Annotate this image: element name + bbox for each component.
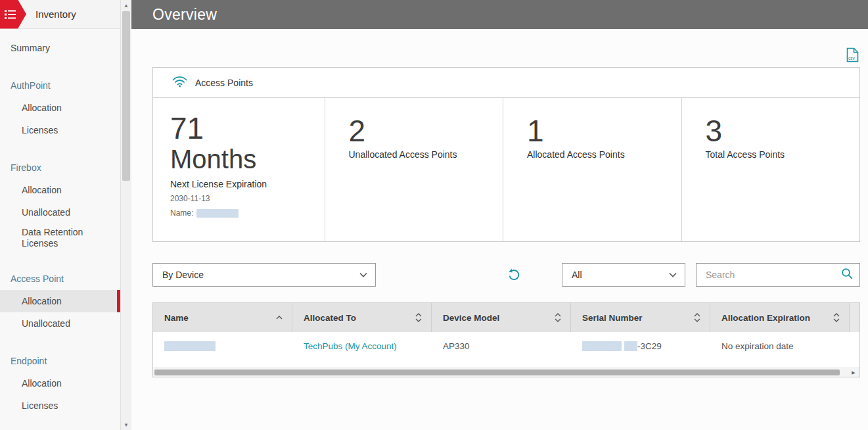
- column-label: Allocated To: [304, 313, 356, 323]
- column-label: Serial Number: [582, 313, 643, 323]
- stat-value: 2: [349, 115, 486, 147]
- stat-unit: Months: [170, 145, 308, 173]
- column-header-serial-number[interactable]: Serial Number: [571, 303, 710, 332]
- stat-allocated-access-points: 1 Allocated Access Points: [503, 98, 682, 241]
- column-header-allocated-to[interactable]: Allocated To: [292, 303, 432, 332]
- access-points-card: Access Points 71 Months Next License Exp…: [152, 67, 860, 242]
- sidebar-scrollbar-thumb[interactable]: [122, 11, 130, 181]
- search-icon[interactable]: [841, 268, 853, 282]
- search-input[interactable]: [704, 269, 841, 281]
- chevron-down-icon: [669, 272, 677, 277]
- column-header-device-model[interactable]: Device Model: [432, 303, 571, 332]
- sidebar-item-authpoint-licenses[interactable]: Licenses: [0, 119, 120, 141]
- sidebar-section-access-point[interactable]: Access Point: [0, 268, 120, 290]
- scroll-right-icon[interactable]: ▶: [849, 368, 858, 377]
- cell-device-model: AP330: [432, 341, 571, 351]
- sidebar: Inventory Summary AuthPoint Allocation L…: [0, 0, 120, 430]
- table-row[interactable]: TechPubs (My Account) AP330 -3C29 No exp…: [153, 332, 859, 360]
- column-header-name[interactable]: Name: [153, 303, 292, 332]
- search-box: [696, 263, 860, 287]
- header-filler: [850, 303, 859, 332]
- stat-label: Next License Expiration: [170, 179, 308, 189]
- cell-serial-number: -3C29: [571, 341, 710, 351]
- sort-both-icon: [694, 313, 700, 322]
- sidebar-scrollbar[interactable]: ▲ ▼: [120, 0, 131, 430]
- stat-name-row: Name:: [170, 208, 308, 218]
- column-header-allocation-expiration[interactable]: Allocation Expiration: [710, 303, 850, 332]
- stat-total-access-points: 3 Total Access Points: [682, 98, 860, 241]
- sort-both-icon: [415, 313, 422, 322]
- page-header: Overview: [131, 0, 868, 29]
- cell-allocated-to: TechPubs (My Account): [292, 341, 432, 351]
- redacted-serial: [624, 341, 637, 351]
- allocated-to-link[interactable]: TechPubs (My Account): [304, 341, 397, 351]
- stat-value: 71: [170, 112, 308, 144]
- column-label: Device Model: [443, 313, 499, 323]
- scroll-down-icon[interactable]: ▼: [121, 419, 131, 430]
- cell-allocation-expiration: No expiration date: [710, 341, 850, 351]
- stat-name-label: Name:: [170, 208, 193, 218]
- stats-row: 71 Months Next License Expiration 2030-1…: [153, 98, 859, 241]
- stat-label: Unallocated Access Points: [349, 149, 486, 160]
- stat-expiration-date: 2030-11-13: [170, 194, 308, 203]
- sidebar-section-firebox[interactable]: Firebox: [0, 156, 120, 179]
- scroll-up-icon[interactable]: ▲: [121, 0, 131, 11]
- redacted-serial: [582, 341, 622, 351]
- redacted-name: [196, 209, 239, 218]
- h-scrollbar-thumb[interactable]: [154, 370, 840, 375]
- column-label: Allocation Expiration: [721, 313, 810, 323]
- sort-asc-icon: [276, 316, 283, 320]
- filter-select[interactable]: All: [562, 263, 685, 287]
- redacted-device-name: [164, 341, 216, 351]
- inventory-icon: [0, 0, 26, 29]
- table-header-row: Name Allocated To Device Model: [153, 303, 859, 332]
- sidebar-item-endpoint-licenses[interactable]: Licenses: [0, 394, 120, 417]
- stat-label: Allocated Access Points: [527, 149, 664, 160]
- sidebar-item-summary[interactable]: Summary: [0, 37, 120, 59]
- refresh-icon[interactable]: [507, 268, 521, 282]
- content: csv Access Points 71: [131, 29, 868, 430]
- column-label: Name: [164, 313, 189, 323]
- sidebar-item-firebox-data-retention-licenses[interactable]: Data Retention Licenses: [0, 224, 120, 252]
- sidebar-item-firebox-allocation[interactable]: Allocation: [0, 179, 120, 201]
- export-row: csv: [152, 46, 860, 67]
- sidebar-section-endpoint[interactable]: Endpoint: [0, 350, 120, 372]
- stat-label: Total Access Points: [706, 149, 843, 160]
- group-by-value: By Device: [162, 270, 204, 280]
- chevron-down-icon: [359, 272, 367, 277]
- svg-text:csv: csv: [848, 56, 856, 60]
- sidebar-item-access-point-unallocated[interactable]: Unallocated: [0, 312, 120, 335]
- main-area: Overview csv: [131, 0, 868, 430]
- card-title: Access Points: [195, 78, 253, 88]
- sidebar-header: Inventory: [0, 0, 120, 29]
- group-by-select[interactable]: By Device: [152, 263, 376, 287]
- stat-value: 1: [527, 115, 664, 147]
- stat-unallocated-access-points: 2 Unallocated Access Points: [325, 98, 504, 241]
- sidebar-item-endpoint-allocation[interactable]: Allocation: [0, 372, 120, 394]
- sidebar-section-authpoint[interactable]: AuthPoint: [0, 74, 120, 97]
- table-horizontal-scrollbar[interactable]: ▶: [153, 368, 859, 377]
- filter-value: All: [572, 270, 582, 280]
- card-header: Access Points: [153, 68, 859, 98]
- wifi-icon: [171, 75, 188, 90]
- sidebar-title: Inventory: [35, 9, 76, 20]
- sort-both-icon: [833, 313, 840, 322]
- sidebar-item-firebox-unallocated[interactable]: Unallocated: [0, 201, 120, 224]
- export-csv-icon[interactable]: csv: [845, 46, 860, 66]
- table-toolbar: By Device All: [152, 263, 860, 287]
- page-title: Overview: [152, 6, 217, 24]
- sidebar-item-authpoint-allocation[interactable]: Allocation: [0, 97, 120, 119]
- devices-table: Name Allocated To Device Model: [152, 302, 860, 377]
- cell-name: [153, 341, 292, 351]
- serial-suffix: -3C29: [637, 341, 662, 351]
- stat-next-license-expiration: 71 Months Next License Expiration 2030-1…: [153, 98, 325, 241]
- sidebar-item-access-point-allocation[interactable]: Allocation: [0, 290, 120, 312]
- sort-both-icon: [555, 313, 561, 322]
- sidebar-nav: Summary AuthPoint Allocation Licenses Fi…: [0, 29, 120, 417]
- stat-value: 3: [706, 115, 843, 147]
